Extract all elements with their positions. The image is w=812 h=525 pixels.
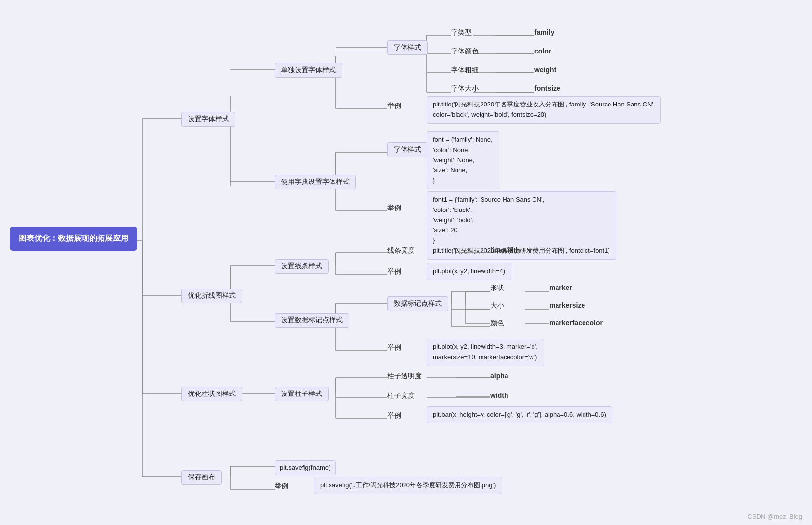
marker-group-box: 设置数据标记点样式 [275,313,349,328]
mind-map: 图表优化：数据展现的拓展应用 设置字体样式 单独设置字体样式 字体样式 字类型 … [0,0,812,525]
node-markerfacecolor-leaf: markerfacecolor [549,319,603,327]
node-marker-color: 颜色 [490,319,504,328]
node-bar-example: 举例 [387,411,401,420]
node-marker-leaf: marker [549,284,572,291]
node-linewidth-leaf: linewidth [490,246,520,254]
node-line-width-group: 设置线条样式 [275,259,329,274]
node-marker-group: 设置数据标记点样式 [275,313,349,328]
standalone-example-code: plt.title('闪光科技2020年各季度营业收入分布图', family=… [427,96,661,124]
node-marker-example: 举例 [387,343,401,352]
node-font-color: 字体颜色 [451,47,479,56]
node-font-props: 字体样式 [387,40,428,55]
node-width-leaf: width [490,392,508,399]
dict-style-box: 使用字典设置字体样式 [275,175,356,189]
node-marker-props: 数据标记点样式 [387,296,448,311]
node-font-style: 设置字体样式 [181,112,235,127]
savefig-example-code: plt.savefig('./工作/闪光科技2020年各季度研发费用分布图.pn… [314,477,502,494]
node-bar-style: 优化柱状图样式 [181,387,242,401]
root-label: 图表优化：数据展现的拓展应用 [19,234,128,242]
root-node: 图表优化：数据展现的拓展应用 [10,227,137,251]
inner-lines [0,0,812,525]
linewidth-example-code: plt.plot(x, y2, linewidth=4) [427,263,511,280]
node-bar-width: 柱子宽度 [387,392,415,400]
node-linewidth: 线条宽度 [387,246,415,255]
node-save-fig: 保存画布 [181,470,222,485]
node-savefig-example: 举例 [275,482,288,491]
node-marker-size: 大小 [490,301,504,310]
node-markersize-leaf: markersize [549,301,585,309]
watermark: CSDN @mez_Blog [748,513,802,520]
node-fontsize-leaf: fontsize [534,84,560,92]
node-line-style: 优化折线图样式 [181,289,242,303]
node-bar-props: 设置柱子样式 [275,387,329,401]
node-standalone-example: 举例 [387,102,405,110]
standalone-box: 单独设置字体样式 [275,63,342,78]
bar-example-code: plt.bar(x, height=y, color=['g', 'g', 'r… [427,406,612,423]
line-width-box: 设置线条样式 [275,259,329,274]
bar-props-box: 设置柱子样式 [275,387,329,401]
node-family-leaf: family [534,28,554,36]
node-linewidth-example: 举例 [387,267,401,276]
node-savefig-basic: plt.savefig(fname) [275,460,336,475]
font-style-box: 设置字体样式 [181,112,235,127]
node-dict-example: 举例 [387,204,401,212]
node-font-type: 字类型 [451,28,472,37]
connector-lines [0,0,812,525]
node-dict-font-props: 字体样式 [387,142,428,157]
node-bar-alpha: 柱子透明度 [387,372,422,381]
bar-style-box: 优化柱状图样式 [181,387,242,401]
node-font-weight: 字体粗细 [451,66,479,75]
line-style-box: 优化折线图样式 [181,289,242,303]
node-marker-shape: 形状 [490,284,504,292]
node-font-size: 字体大小 [451,84,479,93]
node-alpha-leaf: alpha [490,372,508,380]
node-color-leaf: color [534,47,551,55]
dict-font-props-box: 字体样式 [387,142,428,157]
node-dict-style: 使用字典设置字体样式 [275,175,356,189]
dict-font-props-code: font = {'family': None, 'color': None, '… [427,131,499,189]
node-standalone: 单独设置字体样式 [275,63,342,78]
marker-props-box: 数据标记点样式 [387,296,448,311]
font-props-box: 字体样式 [387,40,428,55]
node-weight-leaf: weight [534,66,556,74]
dict-example-code: font1 = {'family': 'Source Han Sans CN',… [427,191,616,260]
save-fig-box: 保存画布 [181,470,222,485]
marker-example-code: plt.plot(x, y2, linewidth=3, marker='o',… [427,339,544,366]
